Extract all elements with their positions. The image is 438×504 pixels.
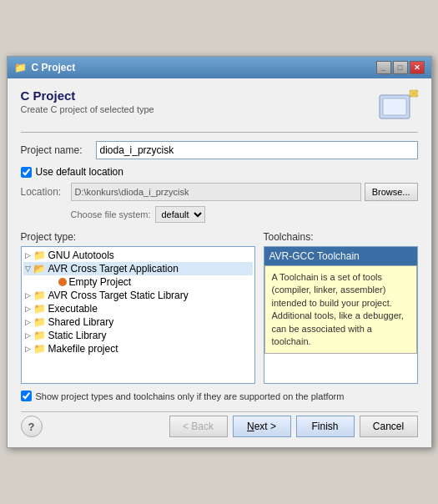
toolchain-tooltip-text: A Toolchain is a set of tools (compiler,… (272, 272, 404, 346)
help-button[interactable]: ? (21, 416, 43, 437)
page-subtitle: Create C project of selected type (21, 104, 154, 114)
dialog-buttons: < Back Next > Finish Cancel (169, 416, 418, 437)
expand-spacer (47, 277, 57, 287)
project-type-label: Project type: (21, 231, 255, 243)
folder-icon-avr-static: 📁 (33, 290, 46, 301)
panels: Project type: ▷ 📁 GNU Autotools ▽ 📂 AVR … (21, 231, 418, 384)
page-title: C Project (21, 88, 154, 103)
filesystem-label: Choose file system: (71, 209, 151, 219)
toolchain-label-avr-gcc: AVR-GCC Toolchain (269, 250, 360, 262)
dialog-content: C Project Create C project of selected t… (8, 78, 431, 447)
next-button[interactable]: Next > (233, 416, 291, 437)
tree-item-static-library[interactable]: ▷ 📁 Static Library (23, 329, 253, 342)
folder-icon-make: 📁 (33, 343, 46, 355)
close-button[interactable]: ✕ (410, 61, 425, 74)
project-type-panel: Project type: ▷ 📁 GNU Autotools ▽ 📂 AVR … (21, 231, 255, 384)
default-location-row: Use default location (21, 166, 418, 178)
tree-label-avr-static-lib: AVR Cross Target Static Library (48, 290, 189, 301)
tree-item-avr-static-lib[interactable]: ▷ 📁 AVR Cross Target Static Library (23, 289, 253, 302)
folder-icon: 📁 (33, 249, 46, 261)
next-label-rest: ext > (254, 421, 276, 432)
project-name-input[interactable] (96, 141, 418, 159)
project-name-label: Project name: (21, 144, 96, 156)
title-bar: 📁 C Project _ □ ✕ (8, 57, 431, 78)
maximize-button[interactable]: □ (393, 61, 408, 74)
cancel-button[interactable]: Cancel (360, 416, 418, 437)
tree-item-makefile[interactable]: ▷ 📁 Makefile project (23, 342, 253, 355)
finish-button[interactable]: Finish (296, 416, 355, 437)
title-bar-left: 📁 C Project (14, 62, 76, 73)
bottom-checkbox-row: Show project types and toolchains only i… (21, 391, 418, 401)
browse-button[interactable]: Browse... (365, 183, 418, 201)
location-row: Location: Browse... (21, 183, 418, 201)
toolchains-label: Toolchains: (264, 231, 418, 243)
location-input (71, 183, 361, 201)
window-title: C Project (32, 62, 76, 73)
project-name-row: Project name: (21, 141, 418, 159)
header-text: C Project Create C project of selected t… (21, 88, 154, 114)
default-location-label: Use default location (36, 166, 123, 178)
tree-item-shared-library[interactable]: ▷ 📁 Shared Library (23, 315, 253, 329)
tree-label-static-library: Static Library (48, 330, 107, 341)
expand-icon-exec: ▷ (23, 304, 33, 314)
filesystem-row: Choose file system: default (21, 206, 418, 223)
expand-icon-make: ▷ (23, 344, 33, 354)
tree-label-makefile: Makefile project (48, 343, 118, 355)
back-button[interactable]: < Back (169, 416, 228, 437)
window-icon: 📁 (14, 62, 27, 73)
tree-label-shared-library: Shared Library (48, 316, 114, 328)
next-underline-n: N (247, 421, 254, 432)
button-bar: ? < Back Next > Finish Cancel (21, 411, 418, 437)
folder-icon-exec: 📁 (33, 303, 46, 315)
toolchain-item-avr-gcc[interactable]: AVR-GCC Toolchain (264, 247, 417, 265)
location-label: Location: (21, 186, 71, 198)
project-type-tree[interactable]: ▷ 📁 GNU Autotools ▽ 📂 AVR Cross Target A… (21, 246, 255, 384)
tree-label-empty-project: Empty Project (69, 276, 132, 288)
folder-icon-shared: 📁 (33, 316, 46, 328)
tree-label-gnu-autotools: GNU Autotools (48, 249, 114, 261)
header-section: C Project Create C project of selected t… (21, 88, 418, 122)
filesystem-select[interactable]: default (155, 206, 205, 223)
tree-label-avr-cross-app: AVR Cross Target Application (48, 263, 179, 275)
bullet-icon (58, 278, 67, 286)
tree-item-gnu-autotools[interactable]: ▷ 📁 GNU Autotools (23, 249, 253, 262)
default-location-checkbox[interactable] (21, 167, 32, 178)
toolchains-list[interactable]: AVR-GCC Toolchain A Toolchain is a set o… (264, 246, 418, 384)
expand-icon-static: ▷ (23, 330, 33, 340)
dialog-window: 📁 C Project _ □ ✕ C Project Create C pro… (7, 56, 432, 448)
tree-label-executable: Executable (48, 303, 98, 315)
supported-platform-checkbox[interactable] (21, 391, 32, 401)
expand-icon-shared: ▷ (23, 317, 33, 327)
expand-icon: ▷ (23, 250, 33, 260)
header-separator (21, 132, 418, 133)
supported-platform-label: Show project types and toolchains only i… (36, 391, 345, 401)
toolchains-panel: Toolchains: AVR-GCC Toolchain A Toolchai… (264, 231, 418, 384)
expand-icon-avr: ▽ (23, 264, 33, 274)
svg-rect-1 (383, 98, 406, 115)
minimize-button[interactable]: _ (376, 61, 391, 74)
tree-item-empty-project[interactable]: Empty Project (23, 275, 253, 289)
expand-icon-avr-static: ▷ (23, 290, 33, 300)
header-icon (378, 88, 418, 122)
tree-item-avr-cross-app[interactable]: ▽ 📂 AVR Cross Target Application (23, 262, 253, 275)
toolchain-tooltip: A Toolchain is a set of tools (compiler,… (264, 265, 417, 354)
folder-icon-static: 📁 (33, 330, 46, 341)
title-controls: _ □ ✕ (376, 61, 425, 74)
folder-open-icon: 📂 (33, 263, 46, 275)
tree-item-executable[interactable]: ▷ 📁 Executable (23, 302, 253, 315)
